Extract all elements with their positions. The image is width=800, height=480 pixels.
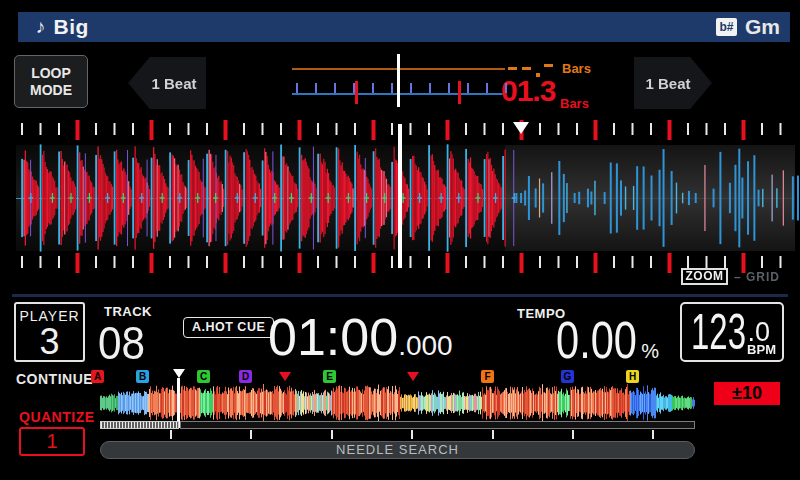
hotcue-mode-button[interactable]: A.HOT CUE	[183, 317, 274, 338]
bpm-unit: BPM	[747, 342, 776, 357]
bars-dash-1	[522, 67, 531, 70]
bpm-box: 123 .0 BPM	[680, 302, 784, 362]
zoom-button[interactable]: ZOOM	[681, 268, 728, 285]
bars-remaining-value: 01.3	[501, 74, 555, 108]
minute-tick	[652, 430, 654, 439]
progress-bar-remaining	[180, 421, 695, 429]
loop-mode-button[interactable]: LOOPMODE	[14, 55, 88, 108]
cdj-screen: ♪ Big b# Gm LOOPMODE 1 Beat 1 Beat Bars …	[0, 0, 800, 480]
hot-cue-E: E	[323, 370, 336, 383]
cue-marker-icon	[513, 122, 529, 134]
hot-cue-D: D	[239, 370, 252, 383]
beat-display-playhead	[397, 54, 400, 107]
bar-tick	[355, 81, 358, 104]
key-value: Gm	[745, 15, 780, 39]
time-milliseconds: .000	[398, 330, 453, 362]
bars-dash-2	[536, 73, 540, 77]
loop-mode-label: LOOPMODE	[30, 65, 72, 99]
quantize-value: 1	[46, 430, 57, 452]
grid-label: – GRID	[734, 270, 780, 284]
bars-dash-0	[508, 67, 517, 70]
tempo-display: 0.00 %	[556, 314, 659, 366]
quantize-label: QUANTIZE	[19, 409, 95, 425]
beat-tick	[429, 83, 431, 93]
time-display: 01:00 .000	[268, 311, 453, 363]
beat-tick	[448, 83, 450, 93]
player-number: 3	[16, 324, 83, 360]
music-note-icon: ♪	[36, 16, 46, 38]
panel-divider	[12, 294, 788, 297]
bars-lower-label: Bars	[560, 96, 589, 111]
beat-jump-forward-label: 1 Beat	[645, 75, 690, 92]
beat-tick	[372, 83, 374, 93]
hot-cue-H: H	[626, 370, 639, 383]
player-box: PLAYER 3	[14, 302, 85, 362]
hot-cue-B: B	[136, 370, 149, 383]
beat-tick	[296, 83, 298, 93]
progress-bar-played	[100, 421, 179, 429]
beat-jump-back-label: 1 Beat	[137, 75, 196, 92]
needle-search-bar[interactable]: NEEDLE SEARCH	[100, 441, 695, 459]
bars-upper-label: Bars	[562, 61, 591, 76]
header-bar: ♪ Big b# Gm	[18, 12, 790, 42]
memory-cue-icon-1	[407, 372, 419, 381]
beat-tick	[315, 83, 317, 93]
hot-cue-A: A	[91, 370, 104, 383]
beat-tick	[467, 83, 469, 93]
hot-cue-F: F	[481, 370, 494, 383]
strip-playhead-icon	[173, 369, 185, 378]
tempo-value: 0.00	[556, 314, 637, 366]
track-title: Big	[54, 15, 89, 39]
beat-jump-forward-button[interactable]: 1 Beat	[634, 57, 712, 109]
quantize-value-box: 1	[19, 427, 85, 456]
beat-tick	[334, 83, 336, 93]
waveform-playhead	[398, 124, 402, 268]
hot-cue-G: G	[561, 370, 574, 383]
minute-tick	[250, 430, 252, 439]
minute-tick	[572, 430, 574, 439]
hot-cue-C: C	[197, 370, 210, 383]
beat-tick	[410, 83, 412, 93]
bpm-value: 123	[691, 307, 746, 357]
track-number: 08	[98, 316, 145, 370]
beat-countdown-display: Bars 01.3 Bars	[290, 52, 596, 114]
track-overview-strip	[100, 384, 695, 421]
tempo-range-badge: ±10	[714, 382, 780, 405]
beat-tick	[391, 83, 393, 93]
bars-dash-3	[544, 64, 553, 67]
time-main: 01:00	[268, 311, 398, 363]
beat-tick	[486, 83, 488, 93]
play-mode-label: CONTINUE	[16, 371, 93, 387]
minute-tick	[331, 430, 333, 439]
minute-tick	[492, 430, 494, 439]
minute-tick	[411, 430, 413, 439]
memory-cue-icon-0	[279, 372, 291, 381]
tempo-unit: %	[641, 340, 659, 363]
bar-tick	[458, 81, 461, 104]
minute-tick	[170, 430, 172, 439]
key-icon: b#	[716, 18, 737, 36]
beat-jump-back-button[interactable]: 1 Beat	[128, 57, 206, 109]
beat-tick	[505, 83, 507, 93]
